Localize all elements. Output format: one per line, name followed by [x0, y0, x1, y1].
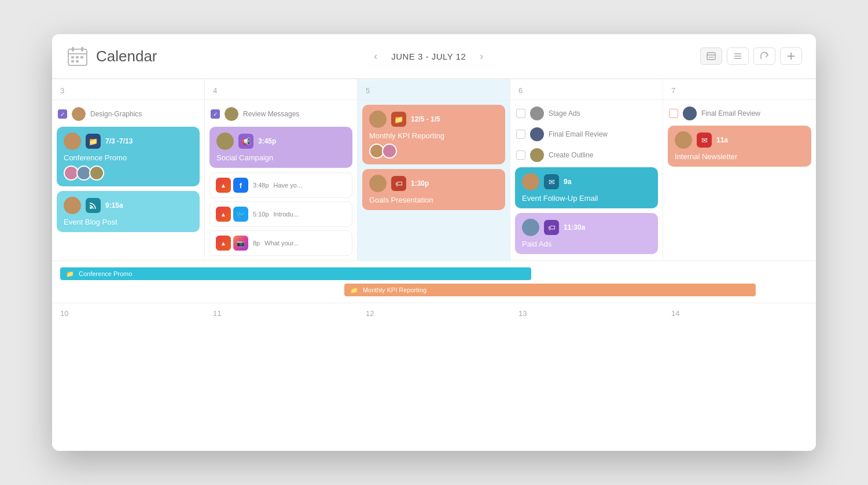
- svg-rect-4: [71, 56, 74, 58]
- task-row: Design-Graphics: [57, 105, 200, 123]
- avatar: [675, 131, 692, 149]
- checkbox-salmon[interactable]: [669, 109, 678, 118]
- event-card-social-campaign[interactable]: 📢 3:45p Social Campaign: [209, 127, 352, 168]
- social-post-instagram[interactable]: ▲ 📷 8p What your...: [209, 230, 352, 256]
- social-text: What your...: [264, 240, 299, 247]
- avatar: [522, 219, 539, 236]
- day-content-3: Design-Graphics 📁 7/3 -7/13 Conference P…: [52, 100, 204, 238]
- social-text: Introdu...: [274, 211, 299, 218]
- event-card-header: ✉ 9a: [522, 173, 651, 190]
- app-window: Calendar ‹ JUNE 3 - JULY 12 ›: [52, 34, 816, 451]
- day-column-5: 5 📁 12/5 - 1/5 Monthly KPI Reporting: [358, 79, 510, 260]
- week-day-14: 14: [663, 309, 816, 318]
- week-day-13: 13: [510, 309, 663, 318]
- checkbox-checked[interactable]: [211, 109, 220, 119]
- check-item-label: Final Email Review: [549, 130, 608, 138]
- calendar-view-button[interactable]: [700, 47, 722, 65]
- event-time: 7/3 -7/13: [105, 137, 133, 145]
- event-card-newsletter[interactable]: ✉ 11a Internal Newsletter: [668, 126, 811, 167]
- event-title: Event Blog Post: [64, 218, 193, 226]
- event-title: Monthly KPI Reporting: [369, 131, 498, 140]
- checkbox-unchecked[interactable]: [516, 150, 525, 160]
- day-content-6: Stage Ads Final Email Review Create Outl…: [510, 100, 663, 260]
- timeline-bar-row-2: 📁 Monthly KPI Reporting: [52, 282, 816, 298]
- event-card-conference-promo[interactable]: 📁 7/3 -7/13 Conference Promo: [57, 127, 200, 186]
- unchecked-item-final-email: Final Email Review: [668, 105, 811, 122]
- calendar-body: 3 Design-Graphics 📁: [52, 79, 816, 324]
- timeline-section: 📁 Conference Promo 📁 Monthly KPI Reporti…: [52, 260, 816, 303]
- event-time: 9:15a: [105, 201, 123, 210]
- day-content-4: Review Messages 📢 3:45p Social Campaign: [205, 100, 357, 260]
- day-header-7: 7: [663, 79, 816, 100]
- avatar-row: [64, 166, 193, 181]
- event-card-followup[interactable]: ✉ 9a Event Follow-Up Email: [515, 167, 658, 208]
- social-time: 8p: [253, 240, 260, 247]
- streamsend-icon: ▲: [216, 236, 231, 251]
- event-card-header: 🏷 1:30p: [369, 175, 498, 192]
- add-button[interactable]: [780, 47, 802, 65]
- avatar: [216, 133, 234, 150]
- avatar: [530, 106, 544, 120]
- prev-button[interactable]: ‹: [369, 48, 382, 65]
- svg-rect-2: [72, 47, 74, 52]
- svg-rect-12: [711, 57, 712, 58]
- checkbox-checked[interactable]: [58, 109, 67, 119]
- twitter-icon: 🐦: [233, 207, 248, 222]
- svg-rect-5: [76, 56, 79, 58]
- avatar: [72, 107, 86, 121]
- timeline-label-2: Monthly KPI Reporting: [363, 286, 426, 293]
- social-post-twitter[interactable]: ▲ 🐦 5:10p Introdu...: [209, 201, 352, 227]
- svg-rect-11: [709, 57, 710, 58]
- day-header-6: 6: [510, 79, 663, 100]
- event-title: Event Follow-Up Email: [522, 194, 651, 203]
- social-post-facebook[interactable]: ▲ f 3:48p Have yo...: [209, 172, 352, 198]
- share-button[interactable]: [753, 47, 775, 65]
- event-time: 11:30a: [564, 223, 585, 232]
- check-item-label: Stage Ads: [549, 109, 580, 117]
- week-day-11: 11: [205, 309, 358, 318]
- event-title: Goals Presentation: [369, 196, 498, 204]
- event-card-blog-post[interactable]: 9:15a Event Blog Post: [57, 191, 200, 232]
- streamsend-icon: ▲: [216, 207, 231, 222]
- email-red-icon: ✉: [697, 133, 712, 148]
- header-actions: [700, 47, 802, 65]
- checkbox-unchecked[interactable]: [516, 109, 525, 118]
- header: Calendar ‹ JUNE 3 - JULY 12 ›: [52, 34, 816, 79]
- header-left: Calendar: [66, 45, 157, 68]
- event-card-kpi[interactable]: 📁 12/5 - 1/5 Monthly KPI Reporting: [362, 105, 505, 164]
- checkbox-unchecked[interactable]: [516, 130, 525, 139]
- avatar: [225, 107, 238, 121]
- event-card-paid-ads[interactable]: 🏷 11:30a Paid Ads: [515, 213, 658, 254]
- timeline-bar-conference[interactable]: 📁 Conference Promo: [60, 267, 531, 280]
- header-title: Calendar: [96, 47, 157, 65]
- tag-icon: 🏷: [391, 176, 406, 191]
- megaphone-icon: 📢: [238, 134, 253, 149]
- event-card-header: 📢 3:45p: [216, 133, 345, 150]
- event-card-goals[interactable]: 🏷 1:30p Goals Presentation: [362, 169, 505, 210]
- instagram-icon: 📷: [233, 236, 248, 251]
- day-column-3: 3 Design-Graphics 📁: [52, 79, 205, 260]
- week-day-12: 12: [358, 309, 510, 318]
- avatar: [64, 133, 81, 150]
- calendar-grid: 3 Design-Graphics 📁: [52, 79, 816, 260]
- day-header-3: 3: [52, 79, 204, 100]
- task-label: Design-Graphics: [90, 110, 142, 118]
- list-view-button[interactable]: [727, 47, 749, 65]
- check-item-final-email: Final Email Review: [515, 126, 658, 143]
- folder-icon: 📁: [86, 134, 101, 149]
- header-nav: ‹ JUNE 3 - JULY 12 ›: [369, 48, 488, 65]
- streamsend-icon: ▲: [216, 178, 231, 193]
- avatar-row: [369, 144, 498, 159]
- svg-rect-6: [80, 56, 83, 58]
- event-time: 11a: [716, 136, 728, 144]
- day-header-5: 5: [358, 79, 510, 100]
- social-time: 3:48p: [253, 182, 269, 189]
- day-content-5: 📁 12/5 - 1/5 Monthly KPI Reporting: [358, 100, 510, 216]
- next-button[interactable]: ›: [475, 48, 488, 65]
- timeline-bar-kpi[interactable]: 📁 Monthly KPI Reporting: [344, 284, 756, 296]
- event-title: Social Campaign: [216, 153, 345, 162]
- event-title: Paid Ads: [522, 240, 651, 248]
- day-column-4: 4 Review Messages 📢: [205, 79, 358, 260]
- avatar: [522, 173, 539, 190]
- tag-icon: 🏷: [544, 220, 559, 235]
